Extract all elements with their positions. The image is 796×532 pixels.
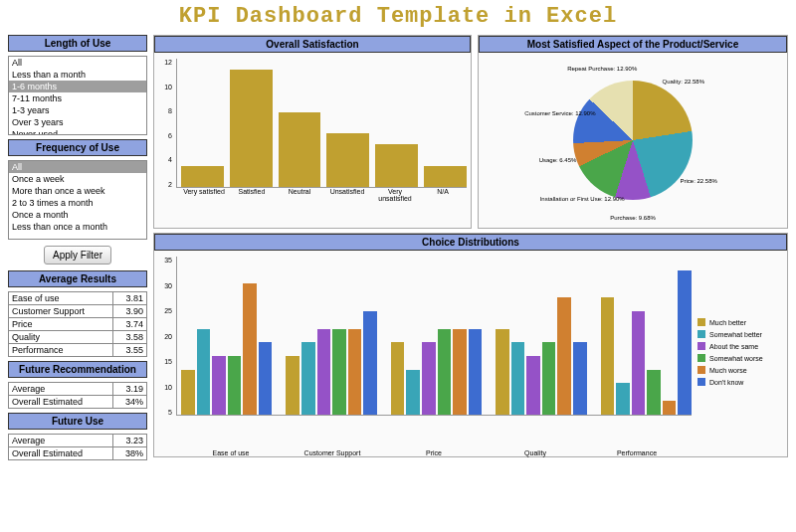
- bar: [601, 297, 615, 415]
- list-item[interactable]: 7-11 months: [9, 92, 146, 104]
- bar: [212, 356, 226, 415]
- bar: [406, 370, 420, 415]
- bar-group: [601, 257, 692, 415]
- bar: [181, 370, 195, 415]
- future-rec-table: Average3.19Overall Estimated34%: [8, 382, 147, 409]
- bar: [526, 356, 540, 415]
- avg-results-table: Ease of use3.81Customer Support3.90Price…: [8, 291, 147, 357]
- bar: [228, 356, 242, 415]
- bar: [326, 133, 369, 187]
- bar: [375, 144, 418, 187]
- bar: [678, 270, 692, 415]
- table-row: Average3.23: [9, 435, 147, 447]
- legend-item: Somewhat worse: [697, 354, 783, 362]
- bar: [511, 342, 525, 415]
- bar: [230, 70, 273, 187]
- bar: [663, 401, 677, 415]
- bar: [424, 166, 467, 188]
- distributions-title: Choice Distributions: [154, 234, 787, 251]
- bar: [363, 311, 377, 415]
- bar: [573, 342, 587, 415]
- pie-title: Most Satisfied Aspect of the Product/Ser…: [479, 36, 787, 53]
- page-title: KPI Dashboard Template in Excel: [0, 0, 796, 35]
- list-item[interactable]: 2 to 3 times a month: [9, 197, 146, 209]
- pie-label: Repeat Purchase: 12.90%: [567, 66, 637, 72]
- legend-item: Much better: [697, 318, 783, 326]
- bar: [616, 383, 630, 415]
- bar-group: [496, 257, 586, 415]
- list-item[interactable]: 1-6 months: [9, 81, 146, 92]
- bar: [181, 166, 224, 188]
- left-panel: Length of Use AllLess than a month1-6 mo…: [8, 35, 147, 460]
- list-item[interactable]: Once a week: [9, 173, 146, 185]
- bar: [286, 356, 299, 415]
- bar-group: [286, 257, 376, 415]
- table-row: Customer Support3.90: [9, 305, 147, 318]
- length-header: Length of Use: [8, 35, 147, 52]
- bar-group: [181, 257, 272, 415]
- legend-item: About the same: [697, 342, 783, 350]
- table-row: Average3.19: [9, 383, 147, 396]
- bar: [243, 283, 257, 415]
- pie-label: Quality: 22.58%: [663, 79, 704, 85]
- table-row: Ease of use3.81: [9, 292, 147, 305]
- satisfaction-chart: Overall Satisfaction 12108642 Very satis…: [153, 35, 472, 229]
- pie-label: Price: 22.58%: [681, 178, 717, 184]
- apply-filter-button[interactable]: Apply Filter: [44, 246, 111, 265]
- table-row: Overall Estimated38%: [9, 447, 147, 460]
- bar: [422, 342, 436, 415]
- bar: [557, 297, 571, 415]
- bar: [647, 370, 661, 415]
- bar: [438, 329, 452, 415]
- freq-header: Frequency of Use: [8, 139, 147, 156]
- bar: [542, 342, 556, 415]
- table-row: Quality3.58: [9, 331, 147, 344]
- bar: [496, 329, 509, 415]
- list-item[interactable]: Less than a month: [9, 69, 146, 81]
- pie-label: Customer Service: 12.90%: [524, 110, 595, 116]
- future-use-table: Average3.23Overall Estimated38%: [8, 434, 147, 460]
- pie-label: Usage: 6.45%: [539, 157, 577, 163]
- bar: [348, 329, 362, 415]
- bar: [197, 329, 211, 415]
- future-rec-header: Future Recommendation: [8, 361, 147, 378]
- legend-item: Don't know: [697, 378, 783, 386]
- bar: [301, 342, 315, 415]
- bar-group: [391, 257, 482, 415]
- distributions-legend: Much betterSomewhat betterAbout the same…: [692, 257, 783, 447]
- bar: [317, 329, 331, 415]
- pie-label: Installation or First Use: 12.90%: [540, 196, 625, 202]
- future-use-header: Future Use: [8, 413, 147, 430]
- avg-results-header: Average Results: [8, 270, 147, 287]
- list-item[interactable]: Once a month: [9, 209, 146, 221]
- bar: [332, 329, 346, 415]
- pie-label: Purchase: 9.68%: [610, 215, 656, 221]
- pie-graphic: [573, 81, 693, 200]
- table-row: Overall Estimated34%: [9, 396, 147, 409]
- bar: [259, 342, 273, 415]
- table-row: Price3.74: [9, 318, 147, 331]
- legend-item: Much worse: [697, 366, 783, 374]
- list-item[interactable]: More than once a week: [9, 185, 146, 197]
- length-listbox[interactable]: AllLess than a month1-6 months7-11 month…: [8, 56, 147, 135]
- satisfaction-title: Overall Satisfaction: [154, 36, 471, 53]
- list-item[interactable]: Over 3 years: [9, 116, 146, 128]
- legend-item: Somewhat better: [697, 330, 783, 338]
- bar: [391, 342, 405, 415]
- list-item[interactable]: Less than once a month: [9, 221, 146, 233]
- freq-listbox[interactable]: AllOnce a weekMore than once a week2 to …: [8, 160, 147, 240]
- bar: [279, 112, 321, 187]
- list-item[interactable]: Never used: [9, 128, 146, 135]
- distributions-chart: Choice Distributions 3530252015105 Much …: [153, 233, 788, 457]
- pie-chart: Most Satisfied Aspect of the Product/Ser…: [478, 35, 788, 229]
- bar: [632, 311, 646, 415]
- list-item[interactable]: All: [9, 161, 146, 173]
- table-row: Performance3.55: [9, 344, 147, 357]
- bar: [469, 329, 483, 415]
- bar: [453, 329, 467, 415]
- list-item[interactable]: All: [9, 57, 146, 69]
- list-item[interactable]: 1-3 years: [9, 104, 146, 116]
